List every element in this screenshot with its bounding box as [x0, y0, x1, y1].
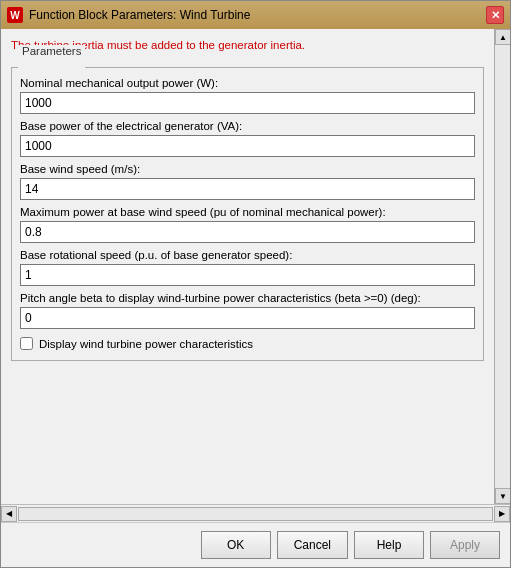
- main-body: The turbine inertia must be added to the…: [1, 29, 510, 504]
- scroll-down-arrow[interactable]: ▼: [495, 488, 510, 504]
- scrollable-content: The turbine inertia must be added to the…: [1, 29, 494, 504]
- title-bar: W Function Block Parameters: Wind Turbin…: [1, 1, 510, 29]
- label-max-power: Maximum power at base wind speed (pu of …: [20, 206, 475, 218]
- input-base-rotational-speed[interactable]: [20, 264, 475, 286]
- input-max-power[interactable]: [20, 221, 475, 243]
- input-base-wind-speed[interactable]: [20, 178, 475, 200]
- label-pitch-angle: Pitch angle beta to display wind-turbine…: [20, 292, 475, 304]
- params-legend: Parameters: [18, 45, 85, 57]
- checkbox-row: Display wind turbine power characteristi…: [20, 337, 475, 350]
- label-base-rotational-speed: Base rotational speed (p.u. of base gene…: [20, 249, 475, 261]
- title-bar-left: W Function Block Parameters: Wind Turbin…: [7, 7, 250, 23]
- display-characteristics-checkbox[interactable]: [20, 337, 33, 350]
- horizontal-scrollbar: ◀ ▶: [1, 504, 510, 522]
- app-icon: W: [7, 7, 23, 23]
- label-base-wind-speed: Base wind speed (m/s):: [20, 163, 475, 175]
- scroll-track: [495, 45, 510, 488]
- ok-button[interactable]: OK: [201, 531, 271, 559]
- help-button[interactable]: Help: [354, 531, 424, 559]
- button-bar: OK Cancel Help Apply: [1, 522, 510, 567]
- h-scroll-track: [18, 507, 493, 521]
- input-pitch-angle[interactable]: [20, 307, 475, 329]
- window-title: Function Block Parameters: Wind Turbine: [29, 8, 250, 22]
- cancel-button[interactable]: Cancel: [277, 531, 348, 559]
- apply-button[interactable]: Apply: [430, 531, 500, 559]
- main-window: W Function Block Parameters: Wind Turbin…: [0, 0, 511, 568]
- scroll-right-arrow[interactable]: ▶: [494, 506, 510, 522]
- close-button[interactable]: ✕: [486, 6, 504, 24]
- input-base-power[interactable]: [20, 135, 475, 157]
- scroll-up-arrow[interactable]: ▲: [495, 29, 510, 45]
- scroll-left-arrow[interactable]: ◀: [1, 506, 17, 522]
- input-nominal-power[interactable]: [20, 92, 475, 114]
- right-scrollbar: ▲ ▼: [494, 29, 510, 504]
- checkbox-label: Display wind turbine power characteristi…: [39, 338, 253, 350]
- label-base-power: Base power of the electrical generator (…: [20, 120, 475, 132]
- label-nominal-power: Nominal mechanical output power (W):: [20, 77, 475, 89]
- parameters-group: Parameters Nominal mechanical output pow…: [11, 61, 484, 361]
